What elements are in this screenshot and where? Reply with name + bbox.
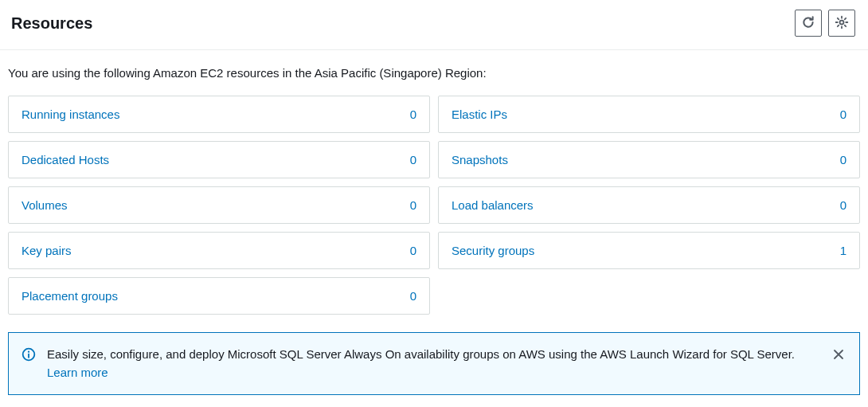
close-banner-button[interactable]	[831, 347, 846, 363]
resource-count: 0	[410, 108, 416, 121]
resource-count: 0	[840, 153, 846, 166]
resource-label: Elastic IPs	[452, 108, 507, 121]
resource-label: Key pairs	[22, 244, 72, 257]
resource-dedicated-hosts[interactable]: Dedicated Hosts 0	[8, 141, 430, 178]
learn-more-link[interactable]: Learn more	[47, 366, 108, 379]
resource-volumes[interactable]: Volumes 0	[8, 186, 430, 224]
resource-elastic-ips[interactable]: Elastic IPs 0	[438, 96, 860, 133]
header-actions	[795, 10, 855, 37]
resource-count: 0	[410, 198, 416, 212]
resource-security-groups[interactable]: Security groups 1	[438, 232, 860, 269]
resources-content: You are using the following Amazon EC2 r…	[0, 50, 868, 403]
resource-label: Snapshots	[452, 153, 508, 166]
intro-text: You are using the following Amazon EC2 r…	[8, 66, 860, 80]
resource-label: Dedicated Hosts	[22, 153, 109, 166]
refresh-icon	[801, 15, 815, 32]
resource-snapshots[interactable]: Snapshots 0	[438, 141, 860, 178]
resource-count: 0	[840, 198, 846, 212]
resource-label: Running instances	[22, 108, 119, 121]
info-text: Easily size, configure, and deploy Micro…	[47, 346, 819, 382]
resources-header: Resources	[0, 0, 868, 50]
svg-point-2	[28, 351, 29, 353]
resource-count: 1	[840, 244, 846, 257]
refresh-button[interactable]	[795, 10, 822, 37]
info-icon	[22, 347, 36, 364]
resource-label: Volumes	[22, 198, 68, 212]
svg-point-0	[840, 20, 844, 24]
banner-message: Easily size, configure, and deploy Micro…	[47, 347, 795, 361]
resource-count: 0	[410, 289, 416, 303]
resource-label: Load balancers	[452, 198, 534, 212]
info-banner: Easily size, configure, and deploy Micro…	[8, 332, 860, 395]
resource-label: Placement groups	[22, 289, 118, 303]
resource-placement-groups[interactable]: Placement groups 0	[8, 277, 430, 315]
resource-key-pairs[interactable]: Key pairs 0	[8, 232, 430, 269]
page-title: Resources	[11, 14, 92, 33]
resource-load-balancers[interactable]: Load balancers 0	[438, 186, 860, 224]
resource-running-instances[interactable]: Running instances 0	[8, 96, 430, 133]
resource-label: Security groups	[452, 244, 534, 257]
resource-count: 0	[410, 244, 416, 257]
gear-icon	[835, 15, 849, 32]
close-icon	[833, 349, 844, 362]
settings-button[interactable]	[828, 10, 855, 37]
resource-count: 0	[840, 108, 846, 121]
svg-rect-3	[28, 354, 29, 358]
resource-grid: Running instances 0 Elastic IPs 0 Dedica…	[8, 96, 860, 315]
resource-count: 0	[410, 153, 416, 166]
